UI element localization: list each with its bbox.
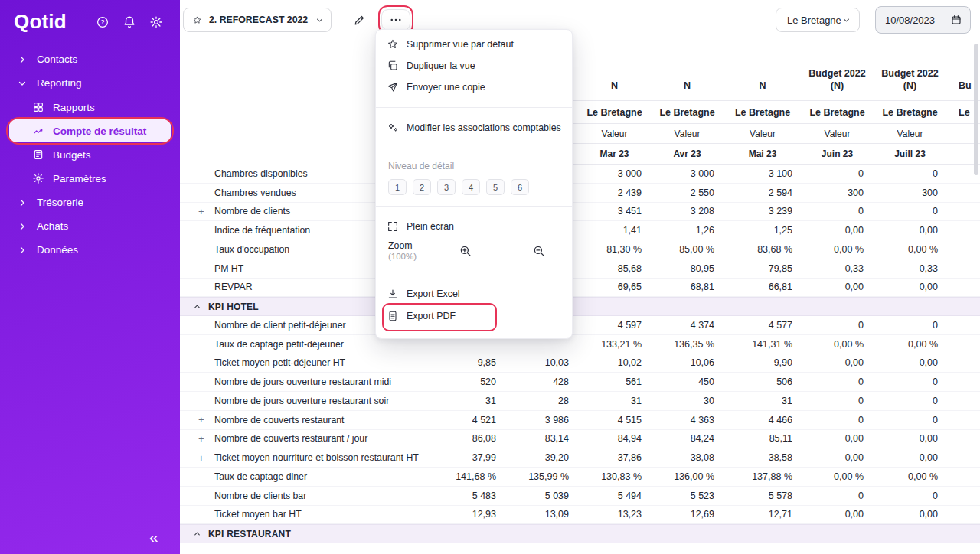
cell-value: 5 494 xyxy=(578,487,651,505)
detail-level-6[interactable]: 6 xyxy=(511,179,529,195)
detail-level-4[interactable]: 4 xyxy=(462,179,480,195)
section-toggle[interactable]: KPI RESTAURANT xyxy=(180,525,980,543)
help-icon[interactable]: ? xyxy=(96,15,109,29)
menu-item-export-excel[interactable]: Export Excel xyxy=(376,283,572,305)
sidebar-item-parametres[interactable]: Paramètres xyxy=(9,167,171,190)
app-logo: Qotid xyxy=(14,10,96,34)
menu-item-delete-default-view[interactable]: Supprimer vue par défaut xyxy=(376,34,572,55)
menu-item-label: Export Excel xyxy=(407,288,460,299)
section-toggle[interactable]: KPI HOTEL xyxy=(180,298,980,315)
collapse-sidebar-button[interactable]: « xyxy=(149,529,158,545)
bell-icon[interactable] xyxy=(122,15,136,29)
cell-value: 0,00 xyxy=(802,221,873,240)
row-label: Ticket moyen bar HT xyxy=(180,506,433,524)
view-selector-label: 2. REFORECAST 2022 xyxy=(209,15,308,25)
cell-value: 0,33 xyxy=(802,259,873,278)
detail-level-5[interactable]: 5 xyxy=(486,179,505,195)
column-header: Budget 2022 (N) xyxy=(873,40,947,101)
star-icon xyxy=(387,38,399,51)
cell-value: 38,08 xyxy=(651,448,724,467)
cell-value: 4 363 xyxy=(651,411,724,429)
sidebar-item-budgets[interactable]: Budgets xyxy=(9,143,171,166)
cell-value xyxy=(947,373,980,391)
column-header: N xyxy=(724,40,802,101)
sidebar-item-reporting[interactable]: Reporting xyxy=(0,71,180,95)
chevron-down-icon xyxy=(18,79,27,88)
cell-value: 0 xyxy=(873,316,947,334)
cell-value: 0,00 % xyxy=(873,468,947,486)
chevron-down-icon xyxy=(841,15,851,25)
cell-value xyxy=(947,468,980,486)
gear-icon[interactable] xyxy=(149,15,163,29)
menu-item-label: Plein écran xyxy=(407,221,454,232)
star-icon xyxy=(192,15,202,25)
cell-value: 0 xyxy=(802,411,873,429)
cell-value: 38,58 xyxy=(724,448,802,467)
cell-value: 506 xyxy=(724,373,802,391)
section-row: KPI RESTAURANT xyxy=(180,524,980,543)
ellipsis-icon xyxy=(389,13,403,27)
expand-icon[interactable]: + xyxy=(198,433,204,445)
cell-value: 37,99 xyxy=(433,448,505,467)
menu-item-edit-account-mappings[interactable]: Modifier les associations comptables xyxy=(376,117,572,138)
menu-divider xyxy=(376,148,572,148)
expand-icon[interactable]: + xyxy=(198,414,204,425)
cell-value: 0,00 xyxy=(873,506,947,524)
sidebar-item-rapports[interactable]: Rapports xyxy=(9,96,171,119)
sidebar-header: Qotid ? xyxy=(0,0,180,38)
cell-value xyxy=(947,335,980,354)
cell-value: 3 000 xyxy=(578,165,651,183)
date-picker[interactable]: 10/08/2023 xyxy=(875,6,971,34)
cell-value: 300 xyxy=(873,184,947,202)
edit-view-button[interactable] xyxy=(345,8,373,32)
sidebar-item-achats[interactable]: Achats xyxy=(0,214,180,238)
detail-level-2[interactable]: 2 xyxy=(413,179,431,195)
row-label: +Nombre de couverts restaurant / jour xyxy=(180,430,433,448)
table-row: REVPAR69,6568,8166,810,000,00 xyxy=(180,279,980,298)
cell-value: 39,20 xyxy=(505,448,578,467)
cell-value: 135,99 % xyxy=(505,468,578,486)
cell-value: 136,00 % xyxy=(651,468,724,486)
cell-value: 0,00 % xyxy=(802,240,873,259)
detail-level-3[interactable]: 3 xyxy=(437,179,456,195)
entity-selector[interactable]: Le Bretagne xyxy=(776,8,860,32)
menu-item-fullscreen[interactable]: Plein écran xyxy=(376,216,572,237)
detail-level-1[interactable]: 1 xyxy=(388,179,407,195)
zoom-in-icon[interactable] xyxy=(459,244,472,258)
cell-value: 4 577 xyxy=(724,316,802,334)
zoom-out-icon[interactable] xyxy=(532,244,546,258)
cell-value: 4 597 xyxy=(578,316,651,334)
cell-value: 0,00 xyxy=(802,354,873,373)
sidebar-item-donnees[interactable]: Données xyxy=(0,238,180,262)
scrollbar-thumb[interactable] xyxy=(974,44,978,175)
view-selector[interactable]: 2. REFORECAST 2022 xyxy=(183,8,332,32)
cell-value: 428 xyxy=(505,373,578,391)
grid-icon xyxy=(32,101,44,113)
cell-value: 137,88 % xyxy=(724,468,802,486)
sidebar-item-contacts[interactable]: Contacts xyxy=(0,47,180,71)
cell-value: 0 xyxy=(873,392,947,410)
cell-value: 0,00 xyxy=(802,506,873,524)
expand-icon[interactable]: + xyxy=(198,206,204,217)
chevron-right-icon xyxy=(18,198,27,207)
cell-value: 141,31 % xyxy=(724,335,802,354)
table-row: Chambres disponibles3 0003 0003 10000 xyxy=(180,165,980,184)
expand-icon[interactable]: + xyxy=(198,452,204,464)
column-header: Avr 23 xyxy=(651,144,724,165)
menu-item-export-pdf[interactable]: Export PDF xyxy=(376,305,572,328)
nav-label: Budgets xyxy=(53,149,91,161)
menu-item-duplicate-view[interactable]: Dupliquer la vue xyxy=(376,55,572,77)
column-header: Juill 23 xyxy=(873,144,947,165)
calendar-icon xyxy=(950,14,962,26)
column-header: Valeur xyxy=(802,124,873,144)
sidebar-item-tresorerie[interactable]: Trésorerie xyxy=(0,191,180,214)
nav-label: Trésorerie xyxy=(37,197,83,208)
menu-divider xyxy=(376,275,572,275)
more-options-button[interactable] xyxy=(381,9,410,31)
menu-item-send-copy[interactable]: Envoyer une copie xyxy=(376,77,572,98)
nav-label: Contacts xyxy=(37,54,77,65)
cell-value: 13,09 xyxy=(505,506,578,524)
cell-value: 84,94 xyxy=(578,430,651,448)
sidebar-item-compte-de-resultat[interactable]: Compte de résultat xyxy=(9,119,171,142)
column-header: N xyxy=(651,40,724,101)
